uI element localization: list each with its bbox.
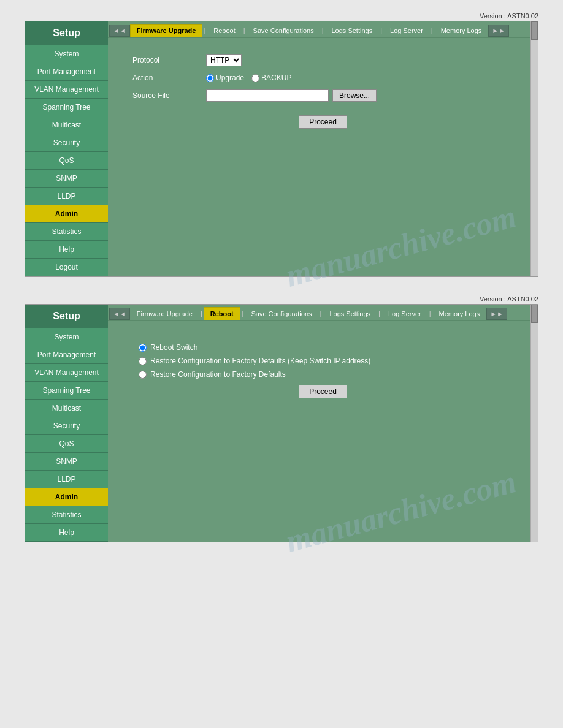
reboot-option-1: Reboot Switch: [139, 343, 507, 352]
tab-bar-1: ◄◄ Firmware Upgrade | Reboot | Save Conf…: [108, 21, 538, 38]
reboot-radio-2[interactable]: [139, 357, 147, 365]
action-label: Action: [126, 70, 200, 86]
sidebar-item-snmp-2[interactable]: SNMP: [25, 453, 108, 471]
reboot-label-1: Reboot Switch: [150, 343, 197, 352]
sidebar-item-vlan-1[interactable]: VLAN Management: [25, 81, 108, 99]
scrollbar-thumb-2[interactable]: [531, 305, 538, 323]
version-bar-2: Version : ASTN0.02: [25, 295, 538, 303]
sidebar-item-logout-1[interactable]: Logout: [25, 259, 108, 276]
tab-save-config-2[interactable]: Save Configurations: [244, 307, 318, 320]
reboot-radio-3[interactable]: [139, 371, 147, 379]
tab-save-config-1[interactable]: Save Configurations: [247, 24, 321, 37]
scrollbar-2[interactable]: [530, 305, 538, 542]
sidebar-item-system-1[interactable]: System: [25, 45, 108, 63]
sidebar-2: Setup System Port Management VLAN Manage…: [25, 305, 108, 542]
action-cell: Upgrade BACKUP: [200, 70, 383, 86]
tab-reboot-1[interactable]: Reboot: [207, 24, 242, 37]
content-body-2: Reboot Switch Restore Configuration to F…: [108, 321, 538, 542]
firmware-form-table: Protocol HTTP TFTP FTP Action: [126, 50, 383, 105]
reboot-option-3: Restore Configuration to Factory Default…: [139, 370, 507, 379]
source-file-cell: Browse...: [200, 86, 383, 105]
sidebar-item-snmp-1[interactable]: SNMP: [25, 170, 108, 188]
tab-nav-right-1[interactable]: ►►: [488, 25, 509, 37]
sidebar-item-admin-1[interactable]: Admin: [25, 205, 108, 223]
sidebar-title-1: Setup: [25, 21, 108, 45]
source-file-row: Source File Browse...: [126, 86, 383, 105]
reboot-option-2: Restore Configuration to Factory Default…: [139, 357, 507, 365]
action-radio-group: Upgrade BACKUP: [206, 74, 377, 82]
protocol-row: Protocol HTTP TFTP FTP: [126, 50, 383, 70]
tab-log-server-1[interactable]: Log Server: [383, 24, 430, 37]
version-bar-1: Version : ASTN0.02: [25, 12, 538, 20]
reboot-radio-1[interactable]: [139, 344, 147, 352]
sidebar-item-statistics-2[interactable]: Statistics: [25, 506, 108, 524]
sidebar-item-multicast-2[interactable]: Multicast: [25, 400, 108, 417]
action-upgrade-radio[interactable]: [206, 74, 214, 82]
main-content-1: ◄◄ Firmware Upgrade | Reboot | Save Conf…: [108, 21, 538, 276]
sidebar-item-statistics-1[interactable]: Statistics: [25, 223, 108, 241]
tab-firmware-upgrade-1[interactable]: Firmware Upgrade: [130, 24, 203, 37]
sidebar-item-qos-1[interactable]: QoS: [25, 152, 108, 170]
sidebar-item-help-1[interactable]: Help: [25, 241, 108, 259]
tab-nav-right-2[interactable]: ►►: [486, 308, 507, 320]
reboot-label-2: Restore Configuration to Factory Default…: [150, 357, 370, 365]
protocol-select[interactable]: HTTP TFTP FTP: [206, 54, 242, 66]
tab-nav-left-1[interactable]: ◄◄: [109, 25, 130, 37]
sidebar-title-2: Setup: [25, 305, 108, 328]
scrollbar-thumb-1[interactable]: [531, 21, 538, 40]
ui-panel-1: Setup System Port Management VLAN Manage…: [25, 21, 538, 277]
reboot-section: Reboot Switch Restore Configuration to F…: [126, 333, 519, 414]
protocol-cell: HTTP TFTP FTP: [200, 50, 383, 70]
browse-button-1[interactable]: Browse...: [332, 89, 377, 102]
sidebar-item-portmgmt-1[interactable]: Port Management: [25, 63, 108, 81]
source-file-input[interactable]: [206, 89, 329, 102]
sidebar-item-spanning-1[interactable]: Spanning Tree: [25, 99, 108, 116]
main-content-2: ◄◄ Firmware Upgrade | Reboot | Save Conf…: [108, 305, 538, 542]
tab-logs-settings-1[interactable]: Logs Settings: [325, 24, 380, 37]
action-row: Action Upgrade BACKUP: [126, 70, 383, 86]
tab-firmware-upgrade-2[interactable]: Firmware Upgrade: [130, 307, 199, 320]
scrollbar-1[interactable]: [530, 21, 538, 276]
sidebar-item-lldp-1[interactable]: LLDP: [25, 188, 108, 205]
proceed-button-2[interactable]: Proceed: [299, 385, 347, 398]
sidebar-title-text-1: Setup: [53, 28, 80, 38]
proceed-button-1[interactable]: Proceed: [299, 115, 347, 129]
panel-1: Version : ASTN0.02 Setup System Port Man…: [25, 12, 538, 277]
sidebar-item-multicast-1[interactable]: Multicast: [25, 116, 108, 134]
tab-nav-left-2[interactable]: ◄◄: [109, 308, 130, 320]
sidebar-item-system-2[interactable]: System: [25, 328, 108, 346]
action-backup-label[interactable]: BACKUP: [251, 74, 291, 82]
ui-panel-2: Setup System Port Management VLAN Manage…: [25, 304, 538, 542]
content-body-1: Protocol HTTP TFTP FTP Action: [108, 38, 538, 276]
sidebar-1: Setup System Port Management VLAN Manage…: [25, 21, 108, 276]
sidebar-item-admin-2[interactable]: Admin: [25, 488, 108, 506]
watermark-1: manuarchive.com: [282, 198, 520, 294]
action-upgrade-label[interactable]: Upgrade: [206, 74, 244, 82]
sidebar-item-vlan-2[interactable]: VLAN Management: [25, 364, 108, 382]
sidebar-item-portmgmt-2[interactable]: Port Management: [25, 346, 108, 364]
page-wrapper: Version : ASTN0.02 Setup System Port Man…: [0, 0, 563, 555]
tab-bar-2: ◄◄ Firmware Upgrade | Reboot | Save Conf…: [108, 305, 538, 321]
sidebar-item-lldp-2[interactable]: LLDP: [25, 471, 108, 488]
reboot-label-3: Restore Configuration to Factory Default…: [150, 370, 286, 379]
sidebar-item-spanning-2[interactable]: Spanning Tree: [25, 382, 108, 400]
sidebar-item-qos-2[interactable]: QoS: [25, 435, 108, 453]
protocol-label: Protocol: [126, 50, 200, 70]
sidebar-item-security-2[interactable]: Security: [25, 417, 108, 435]
tab-memory-logs-2[interactable]: Memory Logs: [432, 307, 487, 320]
watermark-2: manuarchive.com: [282, 463, 520, 555]
panel-2: Version : ASTN0.02 Setup System Port Man…: [25, 295, 538, 542]
tab-reboot-2[interactable]: Reboot: [204, 307, 240, 320]
action-backup-radio[interactable]: [251, 74, 259, 82]
sidebar-item-security-1[interactable]: Security: [25, 134, 108, 152]
version-text-2: Version : ASTN0.02: [480, 295, 538, 303]
source-file-label: Source File: [126, 86, 200, 105]
tab-log-server-2[interactable]: Log Server: [381, 307, 428, 320]
sidebar-title-text-2: Setup: [53, 311, 80, 321]
sidebar-item-help-2[interactable]: Help: [25, 524, 108, 542]
tab-memory-logs-1[interactable]: Memory Logs: [434, 24, 489, 37]
source-file-input-group: Browse...: [206, 89, 377, 102]
tab-logs-settings-2[interactable]: Logs Settings: [323, 307, 377, 320]
version-text-1: Version : ASTN0.02: [480, 12, 538, 20]
